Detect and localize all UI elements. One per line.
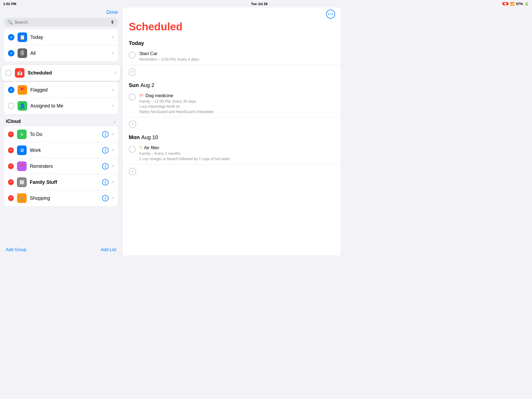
drag-handle-scheduled[interactable]: ≡ xyxy=(114,70,117,75)
all-label: All xyxy=(30,51,109,56)
task-subtitle-start-car: Reminders – 5:00 PM, Every 4 days xyxy=(139,57,334,62)
reminders-icon: 📍 xyxy=(17,161,27,171)
info-family-button[interactable]: i xyxy=(102,179,109,185)
today-icon: 📋 xyxy=(18,32,27,42)
todo-label: To Do xyxy=(30,132,99,137)
all-check[interactable] xyxy=(8,50,14,56)
task-title-dog-medicine: !!! Dog medicine xyxy=(139,93,334,98)
flagged-icon: 🚩 xyxy=(18,85,27,95)
assigned-label: Assigned to Me xyxy=(30,103,109,109)
status-bar: 1:02 PM Tue Jul 28 📶 57% 🔋 xyxy=(0,0,340,7)
priority-high-icon: !!! xyxy=(139,93,143,98)
icloud-lists: ≡ To Do i ≡ 🖥 Work i ≡ 📍 xyxy=(4,126,118,206)
icloud-section: iCloud ⌄ ≡ To Do i ≡ 🖥 Work i xyxy=(0,117,122,209)
delete-todo-button[interactable] xyxy=(8,131,14,137)
task-title-text-dog-medicine: Dog medicine xyxy=(146,93,173,98)
add-btn-today: + xyxy=(122,65,340,79)
status-date: Tue Jul 28 xyxy=(251,2,268,6)
add-btn-mon: + xyxy=(122,165,340,178)
search-bar[interactable]: 🔍 🎙 xyxy=(4,18,118,27)
icloud-item-work[interactable]: 🖥 Work i ≡ xyxy=(4,142,118,158)
work-icon: 🖥 xyxy=(17,146,27,155)
icloud-item-todo[interactable]: ≡ To Do i ≡ xyxy=(4,126,118,142)
delete-reminders-button[interactable] xyxy=(8,163,14,169)
smart-lists-2: 🚩 Flagged ≡ 👤 Assigned to Me ≡ xyxy=(4,82,118,114)
drag-handle-assigned[interactable]: ≡ xyxy=(112,103,114,108)
add-task-today-button[interactable]: + xyxy=(129,68,136,76)
page-title: Scheduled xyxy=(122,20,340,37)
icloud-item-family[interactable]: ⬜ Family Stuff i ≡ xyxy=(4,174,118,190)
delete-shopping-button[interactable] xyxy=(8,195,14,201)
icloud-header: iCloud ⌄ xyxy=(0,117,122,125)
scheduled-highlight: 📅 Scheduled ≡ xyxy=(2,65,120,81)
drag-handle-shopping[interactable]: ≡ xyxy=(112,196,114,201)
all-icon: 🗄 xyxy=(18,48,27,58)
icloud-item-shopping[interactable]: 🛒 Shopping i ≡ xyxy=(4,190,118,206)
info-reminders-button[interactable]: i xyxy=(102,163,109,169)
task-content-air-filter: !! Air filter Family – Every 2 months1 c… xyxy=(139,145,334,161)
scheduled-check[interactable] xyxy=(5,70,12,76)
task-content-dog-medicine: !!! Dog medicine Family – 12:00 PM, Ever… xyxy=(139,93,334,115)
drag-handle-work[interactable]: ≡ xyxy=(112,148,114,153)
sidebar-item-all[interactable]: 🗄 All ≡ xyxy=(4,45,118,61)
section-day-mon: Mon xyxy=(129,134,140,140)
flagged-check[interactable] xyxy=(8,87,14,93)
add-task-mon-button[interactable]: + xyxy=(129,168,136,175)
today-label: Today xyxy=(30,35,109,40)
task-circle-dog-medicine[interactable] xyxy=(129,94,136,101)
delete-family-button[interactable] xyxy=(8,179,14,185)
drag-handle-reminders[interactable]: ≡ xyxy=(112,164,114,169)
section-day-sun: Sun xyxy=(129,82,139,88)
drag-handle-today[interactable]: ≡ xyxy=(112,35,114,40)
main-header xyxy=(122,7,340,20)
task-subtitle-dog-medicine: Family – 12:00 PM, Every 30 daysLucy Adv… xyxy=(139,99,334,115)
task-content-start-car: Start Car Reminders – 5:00 PM, Every 4 d… xyxy=(139,51,334,62)
chevron-down-icon[interactable]: ⌄ xyxy=(113,119,116,124)
sidebar-footer: Add Group Add List xyxy=(0,244,122,255)
section-today: Today xyxy=(122,37,340,48)
task-circle-air-filter[interactable] xyxy=(129,146,136,153)
more-button[interactable] xyxy=(326,10,335,19)
drag-handle-all[interactable]: ≡ xyxy=(112,51,114,56)
family-label: Family Stuff xyxy=(30,180,99,185)
microphone-icon: 🎙 xyxy=(110,20,115,25)
add-task-sun-button[interactable]: + xyxy=(129,120,136,128)
drag-handle-todo[interactable]: ≡ xyxy=(112,132,114,137)
info-todo-button[interactable]: i xyxy=(102,131,109,138)
sidebar-item-today[interactable]: 📋 Today ≡ xyxy=(4,29,118,45)
assigned-icon: 👤 xyxy=(18,101,27,111)
task-subtitle-air-filter: Family – Every 2 months1 cup vinegar or … xyxy=(139,151,334,161)
add-btn-sun: + xyxy=(122,117,340,131)
info-work-button[interactable]: i xyxy=(102,147,109,153)
assigned-check[interactable] xyxy=(8,103,14,109)
delete-work-button[interactable] xyxy=(8,147,14,153)
section-date-aug2: Aug 2 xyxy=(140,82,154,88)
flagged-label: Flagged xyxy=(30,87,109,93)
status-time: 1:02 PM xyxy=(3,2,16,6)
today-check[interactable] xyxy=(8,34,14,40)
section-day-today: Today xyxy=(129,40,144,46)
task-dog-medicine: !!! Dog medicine Family – 12:00 PM, Ever… xyxy=(122,90,340,118)
sidebar-item-flagged[interactable]: 🚩 Flagged ≡ xyxy=(4,82,118,98)
scheduled-label: Scheduled xyxy=(28,70,111,76)
more-dots xyxy=(328,14,333,15)
section-date-aug10: Aug 10 xyxy=(141,134,158,140)
section-mon-aug10: Mon Aug 10 xyxy=(122,131,340,143)
search-input[interactable] xyxy=(14,20,109,25)
main-content: Scheduled Today Start Car Reminders – 5:… xyxy=(122,0,340,255)
task-title-start-car: Start Car xyxy=(139,51,334,56)
drag-handle-family[interactable]: ≡ xyxy=(112,180,114,185)
info-shopping-button[interactable]: i xyxy=(102,195,109,201)
done-button[interactable]: Done xyxy=(106,10,118,15)
shopping-icon: 🛒 xyxy=(17,193,27,203)
add-list-button[interactable]: Add List xyxy=(101,247,116,252)
task-title-air-filter: !! Air filter xyxy=(139,145,334,151)
drag-handle-flagged[interactable]: ≡ xyxy=(112,88,114,92)
icloud-item-reminders[interactable]: 📍 Reminders i ≡ xyxy=(4,158,118,174)
add-group-button[interactable]: Add Group xyxy=(6,247,26,252)
reminders-label: Reminders xyxy=(30,164,99,169)
task-circle-start-car[interactable] xyxy=(129,52,136,59)
task-air-filter: !! Air filter Family – Every 2 months1 c… xyxy=(122,143,340,164)
sidebar-item-scheduled[interactable]: 📅 Scheduled ≡ xyxy=(2,65,120,81)
sidebar-item-assigned[interactable]: 👤 Assigned to Me ≡ xyxy=(4,98,118,114)
